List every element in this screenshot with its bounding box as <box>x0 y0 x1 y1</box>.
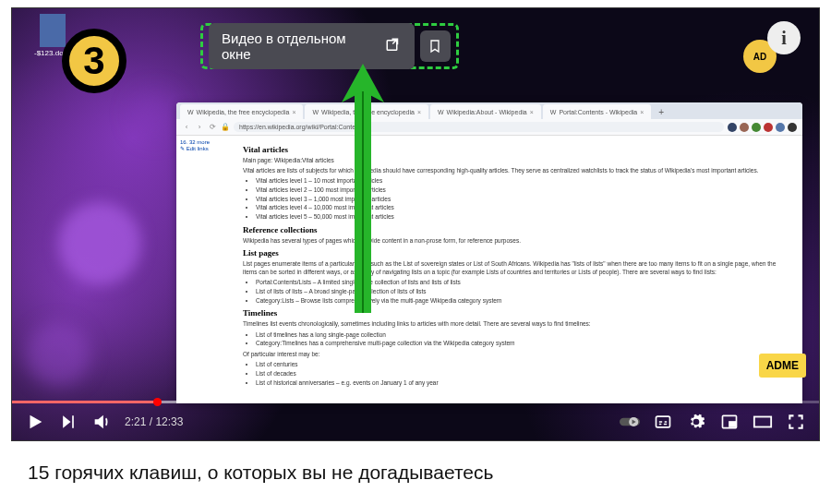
channel-badge: ADME <box>759 354 806 378</box>
step-number-badge: 3 <box>62 29 126 93</box>
list-item: List of lists of lists – A broad single-… <box>256 287 791 296</box>
extension-icon[interactable] <box>752 123 761 132</box>
list-item: Vital articles level 5 – 50,000 most imp… <box>256 212 791 222</box>
pip-label: Видео в отдельном окне <box>222 30 376 62</box>
list-item: Category:Lists – Browse lists comprehens… <box>256 296 791 306</box>
section-heading: Vital articles <box>243 145 791 154</box>
browser-tab[interactable]: WWikipedia, the free encyclopedia× <box>305 104 428 119</box>
player-controls: 2:21 / 12:33 <box>12 403 819 440</box>
list-item: List of centuries <box>256 360 791 369</box>
list-item: Category:Timelines has a comprehensive m… <box>256 339 791 348</box>
section-heading: Timelines <box>243 308 791 318</box>
extension-icon[interactable] <box>764 123 773 132</box>
list-item: List of historical anniversaries – e.g. … <box>256 378 791 388</box>
browser-tab[interactable]: WWikipedia, the free encyclopedia× <box>180 104 303 119</box>
subtitles-button[interactable] <box>653 412 673 432</box>
info-icon[interactable]: i <box>767 21 801 54</box>
browser-tab[interactable]: WWikipedia:About - Wikipedia× <box>430 104 541 119</box>
sidebar-link[interactable]: ✎ Edit links <box>180 145 228 151</box>
browser-window: WWikipedia, the free encyclopedia× WWiki… <box>176 102 802 403</box>
bookmark-button[interactable] <box>420 30 451 62</box>
autoplay-toggle[interactable] <box>620 412 640 432</box>
volume-button[interactable] <box>91 412 112 432</box>
current-time: 2:21 <box>125 415 146 428</box>
list-item: Vital articles level 4 – 10,000 most imp… <box>256 203 791 212</box>
extension-icon[interactable] <box>788 123 797 132</box>
total-time: 12:33 <box>155 415 183 428</box>
pip-button[interactable]: Видео в отдельном окне <box>209 23 415 69</box>
miniplayer-button[interactable] <box>719 412 740 432</box>
list-item: List of timelines has a long single-page… <box>256 330 791 340</box>
reload-icon[interactable]: ⟳ <box>208 123 217 132</box>
svg-rect-5 <box>729 422 736 426</box>
browser-tab[interactable]: WPortal:Contents - Wikipedia× <box>543 104 652 119</box>
wiki-sidebar: 16. 32 more ✎ Edit links <box>176 136 232 403</box>
settings-button[interactable] <box>686 412 706 432</box>
list-item: Vital articles level 2 – 100 most import… <box>256 186 791 195</box>
extension-icon[interactable] <box>776 123 785 132</box>
video-title: 15 горячих клавиш, о которых вы не догад… <box>11 441 820 484</box>
url-field[interactable]: https://en.wikipedia.org/wiki/Portal:Con… <box>234 122 724 132</box>
new-tab-button[interactable]: + <box>653 105 669 119</box>
svg-rect-3 <box>656 416 670 427</box>
tab-strip: WWikipedia, the free encyclopedia× WWiki… <box>176 102 802 119</box>
list-item: List of decades <box>256 369 791 378</box>
forward-icon[interactable]: › <box>195 123 204 132</box>
time-display: 2:21 / 12:33 <box>125 415 183 428</box>
extension-icon[interactable] <box>740 123 749 132</box>
svg-rect-6 <box>754 417 771 427</box>
fullscreen-button[interactable] <box>786 412 806 432</box>
lock-icon: 🔒 <box>221 123 230 132</box>
list-item: Portal:Contents/Lists – A limited single… <box>256 278 791 287</box>
next-button[interactable] <box>58 412 78 432</box>
list-item: Vital articles level 1 – 10 most importa… <box>256 176 791 186</box>
back-icon[interactable]: ‹ <box>182 123 191 132</box>
step-number: 3 <box>83 39 104 83</box>
external-window-icon <box>385 37 402 56</box>
section-heading: List pages <box>243 248 791 258</box>
extension-icon[interactable] <box>728 123 737 132</box>
video-player[interactable]: -$123.docx 3 AD i Видео в отдельном окне <box>11 7 820 441</box>
address-bar: ‹ › ⟳ 🔒 https://en.wikipedia.org/wiki/Po… <box>176 119 802 136</box>
wiki-content: Vital articles Main page: Wikipedia:Vita… <box>232 136 802 403</box>
list-item: Vital articles level 3 – 1,000 most impo… <box>256 195 791 204</box>
play-button[interactable] <box>25 412 45 432</box>
document-icon <box>40 14 66 47</box>
section-heading: Reference collections <box>243 225 791 234</box>
highlight-annotation: Видео в отдельном окне <box>200 23 459 69</box>
theater-button[interactable] <box>753 412 773 432</box>
